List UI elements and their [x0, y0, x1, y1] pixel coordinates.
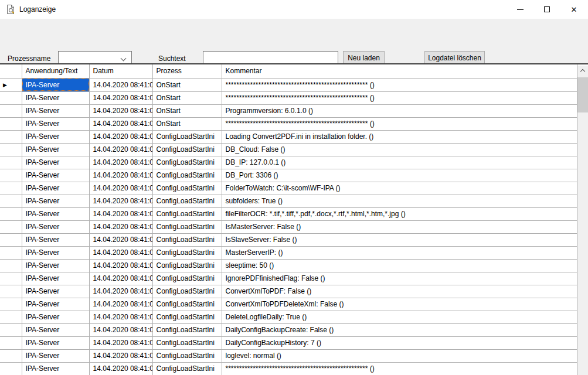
cell-prozess[interactable]: ConfigLoadStartIni	[152, 130, 222, 143]
row-selector-cell[interactable]: ▶	[0, 78, 22, 91]
cell-prozess[interactable]: ConfigLoadStartIni	[152, 285, 222, 298]
cell-prozess[interactable]: ConfigLoadStartIni	[152, 195, 222, 207]
column-header-prozess[interactable]: Prozess	[152, 64, 222, 78]
cell-kommentar[interactable]: ****************************************…	[222, 117, 577, 130]
cell-datum[interactable]: 14.04.2020 08:41:08	[89, 336, 152, 349]
table-row[interactable]: IPA-Server14.04.2020 08:41:08ConfigLoadS…	[0, 246, 577, 259]
cell-datum[interactable]: 14.04.2020 08:41:08	[89, 207, 152, 220]
row-selector-cell[interactable]	[0, 259, 22, 272]
table-row[interactable]: IPA-Server14.04.2020 08:41:08ConfigLoadS…	[0, 336, 577, 349]
row-selector-cell[interactable]	[0, 169, 22, 182]
cell-kommentar[interactable]: ConvertXmlToPDF: False ()	[222, 285, 577, 298]
cell-kommentar[interactable]: IsSlaveServer: False ()	[222, 233, 577, 246]
cell-datum[interactable]: 14.04.2020 08:41:08	[89, 272, 152, 285]
cell-prozess[interactable]: ConfigLoadStartIni	[152, 169, 222, 182]
row-selector-cell[interactable]	[0, 104, 22, 117]
table-row[interactable]: IPA-Server14.04.2020 08:41:08ConfigLoadS…	[0, 285, 577, 298]
cell-anwendung[interactable]: IPA-Server	[22, 336, 89, 349]
cell-kommentar[interactable]: DB_IP: 127.0.0.1 ()	[222, 156, 577, 169]
row-selector-cell[interactable]	[0, 323, 22, 336]
cell-anwendung[interactable]: IPA-Server	[22, 349, 89, 362]
column-header-kommentar[interactable]: Kommentar	[222, 64, 577, 78]
cell-kommentar[interactable]: Loading Convert2PDF.ini in installation …	[222, 130, 577, 143]
cell-anwendung[interactable]: IPA-Server	[22, 285, 89, 298]
row-selector-cell[interactable]	[0, 156, 22, 169]
close-button[interactable]: ✕	[560, 0, 587, 19]
cell-kommentar[interactable]: IgnorePDFfinishedFlag: False ()	[222, 272, 577, 285]
cell-datum[interactable]: 14.04.2020 08:41:08	[89, 220, 152, 233]
cell-datum[interactable]: 14.04.2020 08:41:08	[89, 195, 152, 207]
cell-prozess[interactable]: ConfigLoadStartIni	[152, 246, 222, 259]
cell-datum[interactable]: 14.04.2020 08:41:08	[89, 117, 152, 130]
table-row[interactable]: IPA-Server14.04.2020 08:41:08ConfigLoadS…	[0, 207, 577, 220]
cell-datum[interactable]: 14.04.2020 08:41:08	[89, 156, 152, 169]
cell-prozess[interactable]: ConfigLoadStartIni	[152, 156, 222, 169]
table-row[interactable]: IPA-Server14.04.2020 08:41:08OnStart****…	[0, 91, 577, 104]
cell-anwendung[interactable]: IPA-Server	[22, 104, 89, 117]
table-row[interactable]: IPA-Server14.04.2020 08:41:08OnStartProg…	[0, 104, 577, 117]
table-row[interactable]: IPA-Server14.04.2020 08:41:08ConfigLoadS…	[0, 220, 577, 233]
cell-prozess[interactable]: ConfigLoadStartIni	[152, 311, 222, 323]
cell-kommentar[interactable]: DB_Cloud: False ()	[222, 143, 577, 156]
maximize-button[interactable]	[533, 0, 560, 19]
cell-kommentar[interactable]: subfolders: True ()	[222, 195, 577, 207]
cell-prozess[interactable]: ConfigLoadStartIni	[152, 298, 222, 311]
minimize-button[interactable]	[507, 0, 533, 19]
table-row[interactable]: IPA-Server14.04.2020 08:41:08ConfigLoadS…	[0, 143, 577, 156]
cell-datum[interactable]: 14.04.2020 08:41:08	[89, 91, 152, 104]
cell-datum[interactable]: 14.04.2020 08:41:08	[89, 311, 152, 323]
cell-datum[interactable]: 14.04.2020 08:41:08	[89, 349, 152, 362]
cell-prozess[interactable]: OnStart	[152, 78, 222, 91]
table-row[interactable]: IPA-Server14.04.2020 08:41:08ConfigLoadS…	[0, 195, 577, 207]
cell-anwendung[interactable]: IPA-Server	[22, 298, 89, 311]
cell-anwendung[interactable]: IPA-Server	[22, 259, 89, 272]
row-selector-cell[interactable]	[0, 91, 22, 104]
row-selector-header[interactable]	[0, 64, 22, 78]
cell-anwendung[interactable]: IPA-Server	[22, 272, 89, 285]
cell-kommentar[interactable]: loglevel: normal ()	[222, 349, 577, 362]
row-selector-cell[interactable]	[0, 182, 22, 195]
cell-prozess[interactable]: ConfigLoadStartIni	[152, 233, 222, 246]
table-row[interactable]: IPA-Server14.04.2020 08:41:08ConfigLoadS…	[0, 298, 577, 311]
cell-prozess[interactable]: OnStart	[152, 91, 222, 104]
cell-prozess[interactable]: OnStart	[152, 117, 222, 130]
cell-anwendung[interactable]: IPA-Server	[22, 220, 89, 233]
cell-prozess[interactable]: OnStart	[152, 104, 222, 117]
cell-datum[interactable]: 14.04.2020 08:41:08	[89, 78, 152, 91]
cell-prozess[interactable]: ConfigLoadStartIni	[152, 220, 222, 233]
table-row[interactable]: IPA-Server14.04.2020 08:41:08ConfigLoadS…	[0, 259, 577, 272]
cell-kommentar[interactable]: ****************************************…	[222, 78, 577, 91]
cell-kommentar[interactable]: DailyConfigBackupCreate: False ()	[222, 323, 577, 336]
row-selector-cell[interactable]	[0, 207, 22, 220]
cell-kommentar[interactable]: FolderToWatch: C:\it-scom\WF-IPA ()	[222, 182, 577, 195]
row-selector-cell[interactable]	[0, 311, 22, 323]
cell-datum[interactable]: 14.04.2020 08:41:08	[89, 246, 152, 259]
cell-anwendung[interactable]: IPA-Server	[22, 143, 89, 156]
cell-prozess[interactable]: ConfigLoadStartIni	[152, 182, 222, 195]
cell-kommentar[interactable]: ****************************************…	[222, 91, 577, 104]
table-row[interactable]: IPA-Server14.04.2020 08:41:08ConfigLoadS…	[0, 349, 577, 362]
cell-anwendung[interactable]: IPA-Server	[22, 78, 89, 91]
cell-datum[interactable]: 14.04.2020 08:41:08	[89, 104, 152, 117]
cell-anwendung[interactable]: IPA-Server	[22, 311, 89, 323]
cell-prozess[interactable]: ConfigLoadStartIni	[152, 362, 222, 375]
cell-kommentar[interactable]: sleeptime: 50 ()	[222, 259, 577, 272]
cell-datum[interactable]: 14.04.2020 08:41:08	[89, 233, 152, 246]
cell-anwendung[interactable]: IPA-Server	[22, 233, 89, 246]
cell-prozess[interactable]: ConfigLoadStartIni	[152, 143, 222, 156]
cell-kommentar[interactable]: Programmversion: 6.0.1.0 ()	[222, 104, 577, 117]
row-selector-cell[interactable]	[0, 336, 22, 349]
cell-prozess[interactable]: ConfigLoadStartIni	[152, 272, 222, 285]
cell-kommentar[interactable]: DeleteLogfileDaily: True ()	[222, 311, 577, 323]
table-row[interactable]: IPA-Server14.04.2020 08:41:08ConfigLoadS…	[0, 130, 577, 143]
row-selector-cell[interactable]	[0, 130, 22, 143]
cell-anwendung[interactable]: IPA-Server	[22, 323, 89, 336]
cell-datum[interactable]: 14.04.2020 08:41:08	[89, 362, 152, 375]
cell-datum[interactable]: 14.04.2020 08:41:08	[89, 298, 152, 311]
cell-anwendung[interactable]: IPA-Server	[22, 91, 89, 104]
row-selector-cell[interactable]	[0, 285, 22, 298]
cell-prozess[interactable]: ConfigLoadStartIni	[152, 207, 222, 220]
cell-datum[interactable]: 14.04.2020 08:41:08	[89, 285, 152, 298]
cell-prozess[interactable]: ConfigLoadStartIni	[152, 259, 222, 272]
cell-datum[interactable]: 14.04.2020 08:41:08	[89, 323, 152, 336]
